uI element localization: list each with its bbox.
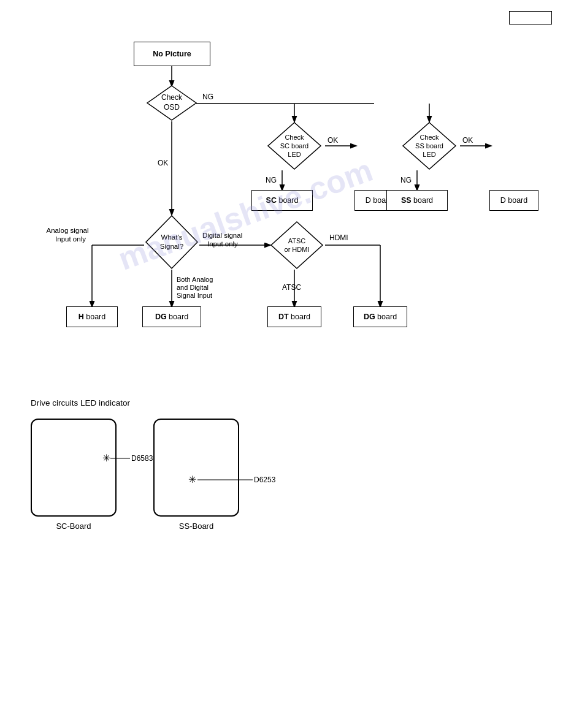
svg-marker-31 — [147, 86, 196, 120]
svg-text:Digital signal: Digital signal — [202, 232, 242, 239]
check-sc-board-diamond: CheckSC boardLED — [267, 121, 322, 170]
sc-board-box: SC board — [251, 190, 313, 211]
sc-board-name: SC-Board — [56, 521, 91, 531]
whats-signal-diamond: What'sSignal? — [145, 214, 199, 270]
svg-text:NG: NG — [266, 176, 277, 184]
svg-text:OK: OK — [462, 136, 473, 145]
ss-board-diagram: ✳ D6253 — [153, 419, 239, 517]
dg-board2-box: DG board — [353, 306, 407, 327]
top-right-rect — [509, 11, 552, 25]
svg-text:NG: NG — [202, 93, 213, 101]
svg-text:OK: OK — [158, 159, 168, 167]
d-board2-box: D board — [489, 190, 538, 211]
ss-board-wrap: ✳ D6253 SS-Board — [153, 419, 239, 531]
sc-board-wrap: ✳ D6583 SC-Board — [31, 419, 117, 531]
check-osd-diamond: CheckOSD — [146, 85, 197, 121]
led-section-title: Drive circuits LED indicator — [31, 398, 239, 408]
svg-text:Input only: Input only — [55, 235, 86, 243]
dt-board-box: DT board — [267, 306, 321, 327]
svg-text:and Digital: and Digital — [177, 284, 209, 291]
svg-text:NG: NG — [400, 176, 412, 184]
ss-led-label: D6253 — [254, 476, 276, 484]
svg-text:Signal Input: Signal Input — [177, 292, 212, 299]
svg-marker-35 — [271, 222, 323, 268]
svg-text:OK: OK — [327, 136, 338, 145]
ss-board-box: SS board — [386, 190, 448, 211]
svg-text:Input only: Input only — [207, 240, 238, 248]
svg-text:Analog signal: Analog signal — [46, 227, 88, 234]
boards-container: ✳ D6583 SC-Board ✳ D6253 — [31, 419, 239, 531]
check-ss-board-diamond: CheckSS boardLED — [402, 121, 457, 170]
sc-board-diagram: ✳ D6583 — [31, 419, 117, 517]
svg-marker-33 — [403, 123, 456, 169]
flowchart: OK NG NG OK NG OK Analog signal Input on… — [31, 25, 540, 380]
svg-text:Both Analog: Both Analog — [177, 276, 213, 283]
led-section: Drive circuits LED indicator ✳ D6583 SC-… — [31, 398, 239, 531]
svg-marker-32 — [268, 123, 321, 169]
atsc-hdmi-diamond: ATSCor HDMI — [270, 221, 324, 270]
sc-led-label: D6583 — [131, 454, 153, 463]
svg-text:HDMI: HDMI — [329, 233, 348, 242]
no-picture-box: No Picture — [134, 42, 210, 66]
svg-marker-34 — [146, 216, 197, 268]
h-board-box: H board — [66, 306, 118, 327]
dg-board1-box: DG board — [142, 306, 201, 327]
svg-text:ATSC: ATSC — [282, 283, 301, 292]
